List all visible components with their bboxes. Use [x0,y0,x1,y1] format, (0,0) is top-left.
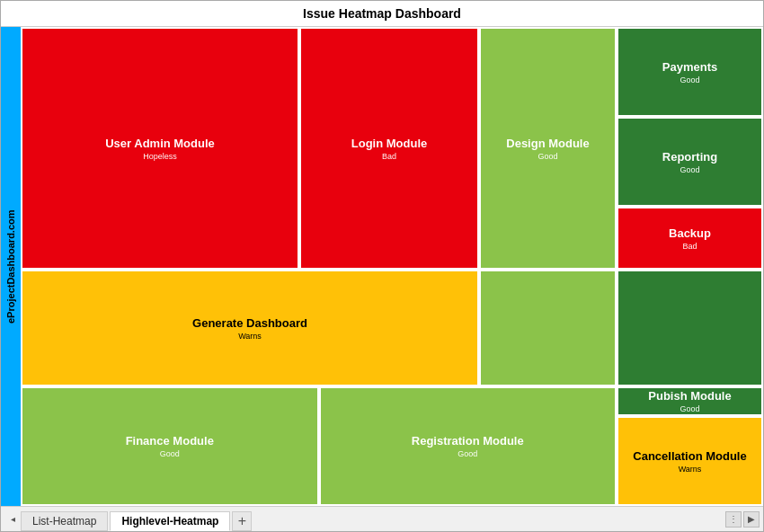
heatmap-area: eProjectDashboard.com User Admin Module … [1,27,763,506]
bottom-bar: ◂ List-Heatmap Highlevel-Heatmap + ⋮ ▶ [1,506,763,531]
cell-backup[interactable]: Backup Bad [617,207,763,270]
side-label: eProjectDashboard.com [1,27,21,506]
nav-arrow-button[interactable]: ▶ [743,511,760,528]
tabs-container: List-Heatmap Highlevel-Heatmap + [21,507,725,531]
bottom-right-nav: ⋮ ▶ [725,511,760,528]
row-top: User Admin Module Hopeless Login Module … [21,27,763,270]
col-right-bot: Pubish Module Good Cancellation Module W… [617,386,763,506]
cell-payments[interactable]: Payments Good [617,27,763,117]
heatmap-grid: User Admin Module Hopeless Login Module … [21,27,763,506]
tab-scroll-left[interactable]: ◂ [4,511,21,528]
cell-user-admin[interactable]: User Admin Module Hopeless [21,27,299,270]
tab-add-button[interactable]: + [232,511,252,531]
cell-finance[interactable]: Finance Module Good [21,386,319,506]
title-bar: Issue Heatmap Dashboard [1,1,763,27]
cell-publish[interactable]: Pubish Module Good [617,386,763,416]
nav-dots-button[interactable]: ⋮ [725,511,742,528]
cell-cancellation[interactable]: Cancellation Module Warns [617,416,763,506]
page-title: Issue Heatmap Dashboard [303,6,461,21]
main-window: Issue Heatmap Dashboard eProjectDashboar… [0,0,764,532]
cell-generate[interactable]: Generate Dashboard Warns [21,270,479,386]
cell-registration[interactable]: Registration Module Good [319,386,617,506]
tab-list-heatmap[interactable]: List-Heatmap [21,511,108,531]
col-right-top: Payments Good Reporting Good Backup Bad [617,27,763,270]
tab-highlevel-heatmap[interactable]: Highlevel-Heatmap [110,511,230,531]
cell-login[interactable]: Login Module Bad [299,27,479,270]
cell-design[interactable]: Design Module Good [479,27,617,270]
row-mid: Generate Dashboard Warns [21,270,763,386]
row-bot: Finance Module Good Registration Module … [21,386,763,506]
cell-reporting[interactable]: Reporting Good [617,117,763,207]
